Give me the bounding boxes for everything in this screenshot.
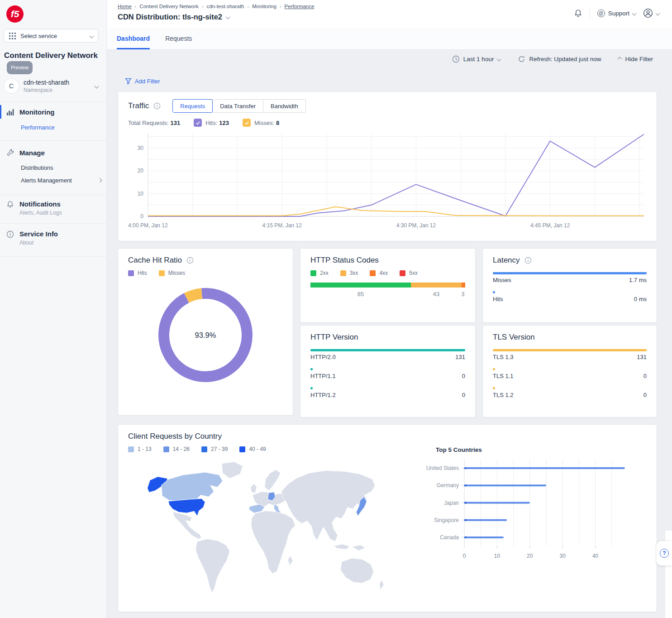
svg-text:30: 30 xyxy=(560,553,566,559)
latency-card: Latency Misses1.7 msHits0 ms xyxy=(482,248,657,323)
breadcrumb-performance[interactable]: Performance xyxy=(285,4,315,9)
latency-title: Latency xyxy=(493,256,520,265)
world-choropleth-map[interactable] xyxy=(132,460,394,596)
breadcrumb-monitoring[interactable]: Monitoring xyxy=(252,4,276,9)
grid-icon xyxy=(9,32,16,40)
refresh-label: Refresh: Updated just now xyxy=(529,56,601,62)
page-title: CDN Distribution: tls-ng-site2 xyxy=(118,13,222,21)
f5-logo[interactable]: f5 xyxy=(6,5,24,23)
sidebar-item-distributions[interactable]: Distributions xyxy=(21,164,53,171)
legend-swatch xyxy=(370,270,376,276)
country-canada[interactable] xyxy=(161,472,222,501)
metric-bar xyxy=(310,368,313,370)
sidebar-item-label: Service Info xyxy=(19,230,58,238)
traffic-line-chart[interactable]: 01020304:00 PM, Jan 124:15 PM, Jan 124:3… xyxy=(128,130,648,231)
chevron-down-icon[interactable] xyxy=(226,15,230,19)
metric-row: HTTP/2.0131 xyxy=(310,349,465,360)
sidebar-item-performance[interactable]: Performance xyxy=(21,124,54,131)
svg-text:30: 30 xyxy=(138,145,144,151)
sidebar-item-notifications[interactable]: Notifications Alerts, Audit Logs xyxy=(0,200,107,217)
top5-countries-section: Top 5 Countries 010203040United StatesGe… xyxy=(417,446,652,563)
traffic-tab-requests[interactable]: Requests xyxy=(172,99,213,113)
tab-dashboard[interactable]: Dashboard xyxy=(117,28,150,49)
country-card-title: Client Requests by Country xyxy=(128,432,222,441)
sidebar-item-manage[interactable]: Manage xyxy=(0,146,107,159)
metric-bar xyxy=(493,291,495,293)
breadcrumb-cdn[interactable]: Content Delivery Network xyxy=(139,4,198,9)
top5-countries-bar-chart[interactable]: 010203040United StatesGermanyJapanSingap… xyxy=(417,455,645,561)
svg-text:4:30 PM, Jan 12: 4:30 PM, Jan 12 xyxy=(396,222,436,229)
breadcrumb-separator: › xyxy=(135,4,137,9)
legend-swatch xyxy=(239,446,245,452)
check-icon xyxy=(195,120,200,125)
status-segment-value: 85 xyxy=(357,291,364,297)
divider xyxy=(590,7,590,19)
sidebar-item-monitoring[interactable]: Monitoring xyxy=(0,105,107,119)
cache-legend: HitsMisses xyxy=(128,270,283,276)
breadcrumb-home[interactable]: Home xyxy=(118,4,132,9)
status-segment-3xx[interactable] xyxy=(411,283,462,287)
metric-label: Hits xyxy=(493,296,503,302)
info-icon xyxy=(6,230,14,238)
svg-text:4:00 PM, Jan 12: 4:00 PM, Jan 12 xyxy=(128,222,168,229)
metric-value: 1.7 ms xyxy=(629,277,647,283)
status-codes-stacked-bar[interactable] xyxy=(310,283,465,287)
select-service-dropdown[interactable]: Select service xyxy=(4,29,98,43)
notifications-bell-icon[interactable] xyxy=(574,9,582,18)
support-label: Support xyxy=(608,10,629,17)
status-legend-item: 2xx xyxy=(310,270,329,276)
sidebar-item-service-info[interactable]: Service Info About xyxy=(0,230,107,247)
metric-label: Misses xyxy=(493,277,511,283)
breadcrumb-namespace[interactable]: cdn-test-sharath xyxy=(206,4,244,9)
svg-text:40: 40 xyxy=(592,553,599,559)
legend-label: 14 - 26 xyxy=(173,446,190,452)
time-range-selector[interactable]: Last 1 hour xyxy=(452,55,501,63)
help-button[interactable]: ? xyxy=(657,541,672,565)
info-icon[interactable] xyxy=(153,102,161,110)
support-menu[interactable]: @ Support xyxy=(597,10,636,17)
refresh-icon xyxy=(518,55,525,63)
svg-text:20: 20 xyxy=(527,553,533,559)
misses-legend-toggle[interactable]: Misses:8 xyxy=(243,119,279,127)
refresh-button[interactable]: Refresh: Updated just now xyxy=(518,55,601,63)
landmass-greenland xyxy=(222,462,243,479)
hits-label: Hits: xyxy=(205,120,217,126)
traffic-tab-data-transfer[interactable]: Data Transfer xyxy=(212,99,263,113)
namespace-selector[interactable]: C cdn-test-sharath Namespace xyxy=(4,76,104,96)
clock-icon xyxy=(452,55,460,63)
tab-requests[interactable]: Requests xyxy=(165,28,192,49)
cache-hit-ratio-title: Cache Hit Ratio xyxy=(128,256,182,265)
hide-filter-toggle[interactable]: Hide Filter xyxy=(618,56,653,62)
account-menu[interactable] xyxy=(643,8,659,18)
svg-text:93.9%: 93.9% xyxy=(195,331,216,339)
legend-label: 2xx xyxy=(320,270,329,276)
legend-label: 5xx xyxy=(409,270,418,276)
product-title: Content Delivery NetworkPreview xyxy=(4,50,104,74)
traffic-tab-bandwidth[interactable]: Bandwidth xyxy=(263,99,306,113)
svg-text:10: 10 xyxy=(494,553,500,559)
sidebar-item-alerts-management[interactable]: Alerts Management xyxy=(21,177,101,184)
landmass-new-zealand xyxy=(379,580,384,590)
status-segment-2xx[interactable] xyxy=(310,283,411,287)
breadcrumb-separator: › xyxy=(248,4,249,9)
svg-text:Germany: Germany xyxy=(437,482,459,489)
hits-legend-toggle[interactable]: Hits:123 xyxy=(194,119,229,127)
metric-bar xyxy=(493,368,495,370)
hits-checkbox[interactable] xyxy=(194,119,202,127)
info-icon[interactable] xyxy=(186,257,194,264)
metric-value: 0 ms xyxy=(634,296,647,302)
breadcrumb: Home › Content Delivery Network › cdn-te… xyxy=(118,4,314,9)
info-icon[interactable] xyxy=(524,257,532,264)
add-filter-button[interactable]: Add Filter xyxy=(125,78,160,85)
svg-text:4:45 PM, Jan 12: 4:45 PM, Jan 12 xyxy=(530,222,570,229)
traffic-card: Traffic Requests Data Transfer Bandwidth… xyxy=(118,91,657,241)
chevron-down-icon xyxy=(90,34,94,38)
status-segment-4xx[interactable] xyxy=(462,283,465,287)
cache-hit-ratio-donut[interactable]: 93.9% xyxy=(152,282,259,388)
misses-value: 8 xyxy=(276,120,279,126)
metric-bar xyxy=(493,387,495,389)
user-avatar-icon xyxy=(643,8,653,18)
add-filter-label: Add Filter xyxy=(135,78,160,85)
breadcrumb-separator: › xyxy=(202,4,204,9)
misses-checkbox[interactable] xyxy=(243,119,251,127)
